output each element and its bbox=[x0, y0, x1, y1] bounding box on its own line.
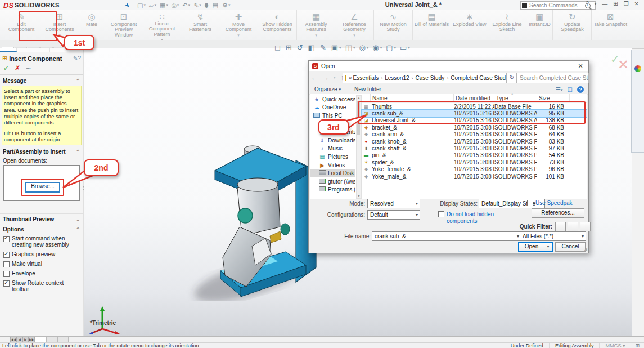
dialog-close-button[interactable]: ✕ bbox=[573, 61, 588, 71]
view-toolbar-icon[interactable]: ↺ bbox=[297, 43, 304, 52]
message-section-header[interactable]: Message⌃ bbox=[0, 75, 83, 85]
ribbon-button[interactable]: ✚ Move Component ▾ bbox=[219, 10, 258, 40]
option-checkbox-row[interactable]: Make virtual bbox=[0, 259, 83, 269]
option-checkbox-row[interactable]: Start command when creating new assembly bbox=[0, 234, 83, 249]
file-row[interactable]: ✶ spider_& 10/7/2015 3:08 PM SOLIDWORKS … bbox=[362, 159, 587, 166]
use-speedpak-checkbox[interactable]: Use Speedpak bbox=[527, 200, 573, 207]
view-mode-icon[interactable]: ☰▾ bbox=[556, 86, 562, 92]
toolbar-icon[interactable]: ▱▾ bbox=[147, 2, 158, 9]
collapse-icon[interactable]: ⌃ bbox=[76, 149, 80, 155]
ribbon-button[interactable]: ∗ Exploded View bbox=[451, 10, 488, 40]
breadcrumb-segment[interactable]: ›Completed Case Study bbox=[444, 75, 507, 81]
menu-item[interactable] bbox=[115, 4, 123, 6]
back-button[interactable]: ← bbox=[309, 74, 320, 82]
view-toolbar-icon[interactable]: ◧ bbox=[308, 43, 316, 52]
menu-item[interactable] bbox=[67, 4, 75, 6]
menu-item[interactable] bbox=[99, 4, 107, 6]
file-row[interactable]: ◆ Yoke_female_& 10/7/2015 3:08 PM SOLIDW… bbox=[362, 166, 587, 173]
dialog-help-icon[interactable]: ? bbox=[577, 86, 584, 93]
view-toolbar-icon[interactable]: ▣▾ bbox=[331, 43, 341, 52]
file-row[interactable]: ▮ crank-shaft_& 10/7/2015 3:08 PM SOLIDW… bbox=[362, 145, 587, 151]
refresh-button[interactable]: ↻ bbox=[507, 73, 517, 83]
do-not-load-hidden-checkbox[interactable]: Do not load hidden components bbox=[438, 211, 508, 224]
toolbar-icon[interactable]: ⇖▾ bbox=[192, 2, 203, 9]
checkbox[interactable] bbox=[3, 236, 10, 242]
view-toolbar-icon[interactable]: ▢▾ bbox=[386, 43, 396, 52]
nav-place-item[interactable]: ♪ Music bbox=[310, 145, 355, 153]
panel-tab-icon[interactable] bbox=[17, 48, 34, 52]
cancel-button[interactable]: Cancel bbox=[555, 242, 586, 252]
view-toolbar-icon[interactable]: ◎▾ bbox=[359, 43, 368, 52]
toolbar-icon[interactable]: ▢▾ bbox=[136, 2, 147, 9]
nav-place-item[interactable]: ★ Quick access bbox=[310, 95, 355, 104]
ribbon-button[interactable]: ◐ Show Hidden Components bbox=[258, 10, 297, 40]
panel-tab-icon[interactable] bbox=[0, 48, 17, 52]
collapse-icon[interactable]: ⌃ bbox=[76, 78, 80, 84]
panel-tab-icon[interactable] bbox=[50, 48, 67, 52]
preview-pane-icon[interactable]: ◫ bbox=[568, 86, 573, 92]
ribbon-button[interactable]: ↯ Smart Fasteners bbox=[181, 10, 219, 40]
quick-filter-icon[interactable] bbox=[568, 222, 578, 231]
toolbar-icon[interactable]: ⚙▾ bbox=[220, 2, 232, 9]
references-button[interactable]: References... bbox=[532, 208, 584, 218]
close-button[interactable]: ✕ bbox=[632, 1, 642, 7]
file-row[interactable]: ◆ crank-arm_& 10/7/2015 3:08 PM SOLIDWOR… bbox=[362, 131, 587, 138]
configurations-select[interactable]: Default▾ bbox=[367, 210, 420, 220]
help-dropdown-icon[interactable]: ▾ bbox=[592, 2, 600, 6]
toolbar-icon[interactable]: ▤ bbox=[211, 2, 220, 9]
part-assembly-section-header[interactable]: Part/Assembly to Insert⌃ bbox=[0, 146, 83, 156]
thumbnail-preview-header[interactable]: Thumbnail Preview⌄ bbox=[0, 213, 83, 224]
option-checkbox-row[interactable]: Show Rotate context toolbar bbox=[0, 278, 83, 294]
nav-place-item[interactable]: ⇓ Downloads bbox=[310, 136, 355, 145]
toolbar-icon[interactable]: ▦▾ bbox=[158, 2, 170, 9]
crumb-overflow-icon[interactable]: « bbox=[349, 75, 353, 81]
panes-button[interactable]: ⊞ bbox=[610, 1, 620, 7]
minimize-button[interactable]: — bbox=[599, 1, 610, 7]
file-row[interactable]: ● crank-knob_& 10/7/2015 3:08 PM SOLIDWO… bbox=[362, 138, 587, 145]
toolbar-icon[interactable]: ↶▾ bbox=[181, 2, 192, 9]
cancel-button[interactable]: ✗ bbox=[15, 64, 20, 72]
help-button[interactable]: ? bbox=[583, 1, 592, 7]
pin-menu-icon[interactable]: ➤ bbox=[123, 1, 132, 10]
dialog-search-box[interactable]: Search Completed Case Study bbox=[517, 73, 589, 83]
status-tag-icon[interactable]: ⊞ bbox=[631, 343, 644, 348]
ribbon-button[interactable]: ∠ Reference Geometry ▾ bbox=[335, 10, 374, 40]
restore-button[interactable]: ❐ bbox=[621, 1, 632, 7]
status-units[interactable]: MMGS ▾ bbox=[599, 343, 631, 348]
mode-select[interactable]: Resolved▾ bbox=[367, 199, 420, 208]
view-toolbar-icon[interactable]: ⊞ bbox=[286, 43, 293, 52]
breadcrumb-segment[interactable]: ›Case Study bbox=[409, 75, 445, 81]
quick-filter-icon[interactable] bbox=[555, 222, 566, 231]
breadcrumb-segment[interactable]: ›Essentials bbox=[353, 75, 379, 81]
view-toolbar-icon[interactable]: ◻ bbox=[274, 43, 282, 52]
resize-grip[interactable]: ◢ bbox=[584, 247, 587, 252]
ribbon-button[interactable]: ⊡ Component Preview Window bbox=[105, 10, 143, 40]
checkbox[interactable] bbox=[3, 271, 10, 277]
nav-place-item[interactable]: Programs (\\wss bbox=[310, 186, 355, 194]
breadcrumb[interactable]: « ›Essentials›Lesson12›Case Study›Comple… bbox=[343, 73, 507, 83]
breadcrumb-segment[interactable]: ›Lesson12 bbox=[379, 75, 409, 81]
task-pane-icon[interactable] bbox=[634, 65, 641, 72]
view-toolbar-icon[interactable]: ✎ bbox=[320, 43, 327, 52]
menu-item[interactable] bbox=[91, 4, 99, 6]
file-row[interactable]: ◆ bracket_& 10/7/2015 3:08 PM SOLIDWORKS… bbox=[362, 124, 587, 131]
view-toolbar-icon[interactable]: ◫▾ bbox=[345, 43, 355, 52]
toolbar-icon[interactable]: ⎙▾ bbox=[170, 2, 181, 9]
help-icons[interactable]: ✎? bbox=[73, 55, 81, 61]
push-pin-icon[interactable]: ⊸ bbox=[26, 65, 30, 72]
expand-icon[interactable]: ⌄ bbox=[76, 216, 80, 222]
ribbon-button[interactable]: ▦ Assembly Features ▾ bbox=[297, 10, 335, 40]
forward-button[interactable]: → bbox=[320, 74, 331, 82]
panel-tab-icon[interactable] bbox=[33, 48, 50, 52]
recent-locations-icon[interactable]: ▾ bbox=[331, 75, 338, 80]
toolbar-icon[interactable]: ⬮ bbox=[203, 2, 211, 9]
options-section-header[interactable]: Options⌃ bbox=[0, 224, 83, 234]
new-folder-button[interactable]: New folder bbox=[354, 86, 381, 92]
option-checkbox-row[interactable]: Envelope bbox=[0, 269, 83, 278]
checkbox[interactable] bbox=[3, 252, 10, 258]
checkbox[interactable] bbox=[3, 280, 10, 287]
nav-place-item[interactable]: gtutor (\\wss-1\ bbox=[310, 177, 355, 186]
open-split-dropdown-icon[interactable]: ▾ bbox=[544, 243, 552, 251]
menu-item[interactable] bbox=[75, 4, 83, 6]
ribbon-button[interactable]: ↻ Update Speedpak bbox=[553, 10, 592, 40]
